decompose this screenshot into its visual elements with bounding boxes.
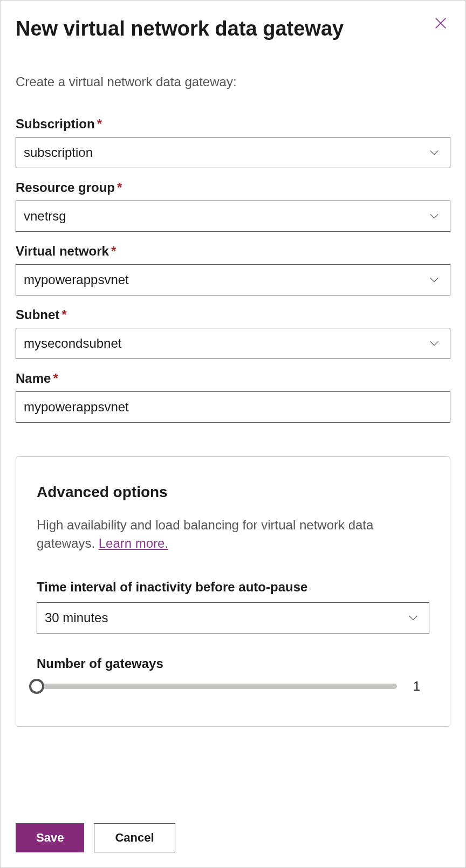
advanced-options-title: Advanced options — [37, 484, 429, 501]
subnet-group: Subnet* mysecondsubnet — [16, 307, 450, 359]
page-title: New virtual network data gateway — [16, 16, 344, 42]
resource-group-dropdown[interactable]: vnetrsg — [16, 201, 450, 232]
virtual-network-label: Virtual network* — [16, 244, 450, 259]
panel-footer: Save Cancel — [16, 802, 450, 852]
panel-subtitle: Create a virtual network data gateway: — [16, 74, 450, 89]
panel-header: New virtual network data gateway — [16, 16, 450, 42]
subscription-label-text: Subscription — [16, 116, 95, 131]
chevron-down-icon — [428, 274, 440, 286]
learn-more-link[interactable]: Learn more. — [99, 536, 168, 550]
close-icon — [433, 16, 448, 31]
advanced-desc-text: High availability and load balancing for… — [37, 518, 373, 550]
gateways-slider[interactable] — [37, 684, 397, 689]
advanced-options-section: Advanced options High availability and l… — [16, 456, 450, 726]
resource-group-group: Resource group* vnetrsg — [16, 180, 450, 232]
name-label: Name* — [16, 371, 450, 386]
virtual-network-dropdown[interactable]: mypowerappsvnet — [16, 264, 450, 295]
required-asterisk: * — [61, 307, 66, 322]
inactivity-value: 30 minutes — [45, 610, 108, 625]
subnet-value: mysecondsubnet — [24, 336, 121, 351]
required-asterisk: * — [111, 244, 116, 258]
save-button[interactable]: Save — [16, 823, 84, 852]
gateways-count-label: Number of gateways — [37, 656, 429, 671]
subscription-label: Subscription* — [16, 116, 450, 132]
gateways-slider-row: 1 — [37, 679, 429, 694]
inactivity-dropdown[interactable]: 30 minutes — [37, 602, 429, 633]
subnet-dropdown[interactable]: mysecondsubnet — [16, 328, 450, 359]
chevron-down-icon — [407, 612, 419, 624]
virtual-network-value: mypowerappsvnet — [24, 272, 129, 287]
required-asterisk: * — [117, 180, 122, 195]
chevron-down-icon — [428, 210, 440, 222]
subnet-label-text: Subnet — [16, 307, 59, 322]
chevron-down-icon — [428, 147, 440, 159]
resource-group-label-text: Resource group — [16, 180, 115, 195]
gateways-count-value: 1 — [413, 679, 429, 694]
virtual-network-label-text: Virtual network — [16, 244, 109, 258]
subnet-label: Subnet* — [16, 307, 450, 322]
resource-group-label: Resource group* — [16, 180, 450, 195]
virtual-network-group: Virtual network* mypowerappsvnet — [16, 244, 450, 295]
close-button[interactable] — [429, 11, 453, 37]
subscription-group: Subscription* subscription — [16, 116, 450, 168]
required-asterisk: * — [97, 116, 102, 131]
subscription-dropdown[interactable]: subscription — [16, 137, 450, 168]
new-gateway-panel: New virtual network data gateway Create … — [1, 1, 465, 867]
resource-group-value: vnetrsg — [24, 209, 66, 224]
name-input[interactable] — [16, 391, 450, 423]
name-group: Name* — [16, 371, 450, 423]
slider-thumb[interactable] — [29, 679, 44, 694]
inactivity-label: Time interval of inactivity before auto-… — [37, 580, 429, 595]
advanced-options-description: High availability and load balancing for… — [37, 516, 429, 552]
cancel-button[interactable]: Cancel — [94, 823, 175, 852]
required-asterisk: * — [53, 371, 58, 385]
name-label-text: Name — [16, 371, 51, 385]
chevron-down-icon — [428, 337, 440, 349]
subscription-value: subscription — [24, 145, 93, 160]
